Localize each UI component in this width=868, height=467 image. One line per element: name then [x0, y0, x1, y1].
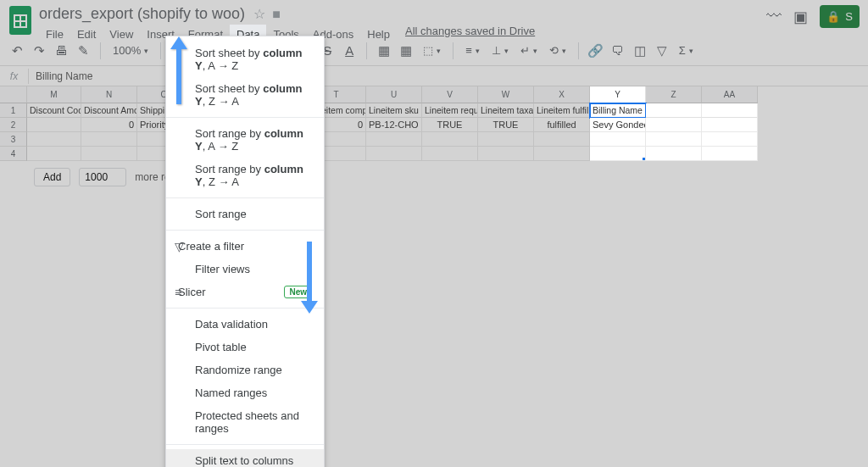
zoom-select[interactable]: 100%▾ [109, 44, 152, 57]
formula-value[interactable]: Billing Name [29, 70, 92, 82]
menu-item-label: Filter views [195, 263, 250, 275]
link-icon[interactable]: 🔗 [587, 42, 604, 59]
menu-item-create-a-filter[interactable]: ▽Create a filter [166, 235, 324, 258]
comment-add-icon[interactable]: 🗨 [609, 42, 626, 59]
merge-icon[interactable]: ⬚▾ [420, 44, 444, 57]
cell-Z[interactable] [646, 118, 702, 132]
cell-U[interactable] [366, 147, 422, 161]
header-cell-Y[interactable]: Billing Name [590, 103, 646, 118]
borders-icon[interactable]: ▦ [398, 42, 415, 59]
chart-icon[interactable]: ◫ [632, 42, 648, 59]
menu-item-sort-sheet-by-column-y-z-a[interactable]: Sort sheet by column Y, Z → A [166, 77, 324, 113]
header-cell-V[interactable]: Lineitem requires [422, 103, 478, 118]
menu-item-label: Pivot table [195, 341, 247, 353]
cell-AA[interactable] [702, 132, 758, 147]
cell-M[interactable] [27, 118, 81, 132]
menu-item-randomize-range[interactable]: Randomize range [166, 359, 324, 381]
menu-item-sort-sheet-by-column-y-a-z[interactable]: Sort sheet by column Y, A → Z [166, 42, 324, 77]
menu-item-sort-range-by-column-y-z-a[interactable]: Sort range by column Y, Z → A [166, 158, 324, 193]
text-color-icon[interactable]: A [341, 42, 358, 59]
header-cell-AA[interactable] [702, 103, 758, 118]
menu-item-filter-views[interactable]: Filter views▸ [166, 258, 324, 281]
menu-item-named-ranges[interactable]: Named ranges [166, 381, 324, 404]
col-header-N[interactable]: N [81, 86, 137, 103]
menu-item-label: Named ranges [195, 386, 267, 399]
row-header[interactable]: 3 [0, 132, 27, 147]
row-header[interactable]: 2 [0, 118, 27, 132]
row-header[interactable]: 4 [0, 147, 27, 161]
menu-item-sort-range-by-column-y-a-z[interactable]: Sort range by column Y, A → Z [166, 122, 324, 158]
cell-AA[interactable] [702, 118, 758, 132]
cell-M[interactable] [27, 147, 81, 161]
menu-item-icon: ≡ [175, 286, 181, 299]
menu-item-label: Sort range by column Y, Z → A [195, 163, 312, 188]
col-header-Y[interactable]: Y [590, 86, 646, 103]
cell-W[interactable]: TRUE [478, 118, 534, 132]
cell-V[interactable] [422, 132, 478, 147]
col-header-Z[interactable]: Z [646, 86, 702, 103]
wrap-icon[interactable]: ↵▾ [517, 44, 541, 57]
col-header-V[interactable]: V [422, 86, 478, 103]
fill-color-icon[interactable]: ▦ [376, 42, 392, 59]
header-cell-X[interactable]: Lineitem fulfillme [534, 103, 590, 118]
cell-N[interactable] [81, 132, 137, 147]
col-header-W[interactable]: W [478, 86, 534, 103]
add-rows-count[interactable] [79, 168, 126, 186]
saved-status[interactable]: All changes saved in Drive [405, 25, 535, 44]
folder-icon[interactable]: ■ [272, 7, 281, 22]
cell-X[interactable]: fulfilled [534, 118, 590, 132]
cell-U[interactable]: PB-12-CHO [366, 118, 422, 132]
menu-item-sort-range[interactable]: Sort range [166, 203, 324, 225]
cell-N[interactable] [81, 147, 137, 161]
paint-format-icon[interactable]: ✎ [75, 42, 92, 59]
menu-item-protected-sheets-and-ranges[interactable]: Protected sheets and ranges [166, 404, 324, 440]
doc-title[interactable]: orders_export (shopify to woo) [39, 5, 245, 23]
sheets-logo[interactable] [8, 5, 32, 36]
activity-icon[interactable]: 〰 [766, 8, 782, 25]
add-rows-button[interactable]: Add [34, 168, 70, 186]
header-cell-Z[interactable] [646, 103, 702, 118]
col-header-X[interactable]: X [534, 86, 590, 103]
header-cell-M[interactable]: Discount Code [27, 103, 81, 118]
cell-Y[interactable] [590, 132, 646, 147]
col-header-AA[interactable]: AA [702, 86, 758, 103]
cell-U[interactable] [366, 132, 422, 147]
cell-X[interactable] [534, 147, 590, 161]
menu-item-pivot-table[interactable]: Pivot table [166, 336, 324, 359]
rotate-icon[interactable]: ⟲▾ [546, 44, 570, 57]
select-all-corner[interactable] [0, 86, 27, 103]
share-button[interactable]: 🔒S [820, 5, 860, 28]
redo-icon[interactable]: ↷ [31, 42, 47, 59]
cell-N[interactable]: 0 [81, 118, 137, 132]
cell-W[interactable] [478, 147, 534, 161]
sheet-grid[interactable]: MNORSTUVWXYZAA1Discount CodeDiscount Amo… [0, 86, 868, 193]
cell-Z[interactable] [646, 147, 702, 161]
menu-item-data-validation[interactable]: Data validation [166, 313, 324, 336]
print-icon[interactable]: 🖶 [53, 42, 70, 59]
cell-V[interactable]: TRUE [422, 118, 478, 132]
header-cell-U[interactable]: Lineitem sku [366, 103, 422, 118]
cell-Z[interactable] [646, 132, 702, 147]
star-icon[interactable]: ☆ [253, 6, 265, 22]
valign-icon[interactable]: ⊥▾ [488, 44, 512, 57]
filter-icon[interactable]: ▽ [654, 42, 670, 59]
menu-item-slicer[interactable]: ≡SlicerNew [166, 281, 324, 303]
cell-V[interactable] [422, 147, 478, 161]
cell-Y[interactable] [590, 147, 646, 161]
menu-item-split-text-to-columns[interactable]: Split text to columns [166, 449, 324, 467]
functions-icon[interactable]: Σ▾ [676, 44, 697, 57]
undo-icon[interactable]: ↶ [8, 42, 25, 59]
header-cell-N[interactable]: Discount Amount [81, 103, 137, 118]
menu-view[interactable]: View [103, 25, 140, 44]
cell-AA[interactable] [702, 147, 758, 161]
cell-W[interactable] [478, 132, 534, 147]
comment-icon[interactable]: ▣ [793, 8, 808, 26]
cell-X[interactable] [534, 132, 590, 147]
halign-icon[interactable]: ≡▾ [462, 44, 483, 57]
col-header-U[interactable]: U [366, 86, 422, 103]
header-cell-W[interactable]: Lineitem taxable [478, 103, 534, 118]
cell-Y[interactable]: Sevy Gondeck [590, 118, 646, 132]
row-header[interactable]: 1 [0, 103, 27, 118]
cell-M[interactable] [27, 132, 81, 147]
col-header-M[interactable]: M [27, 86, 81, 103]
